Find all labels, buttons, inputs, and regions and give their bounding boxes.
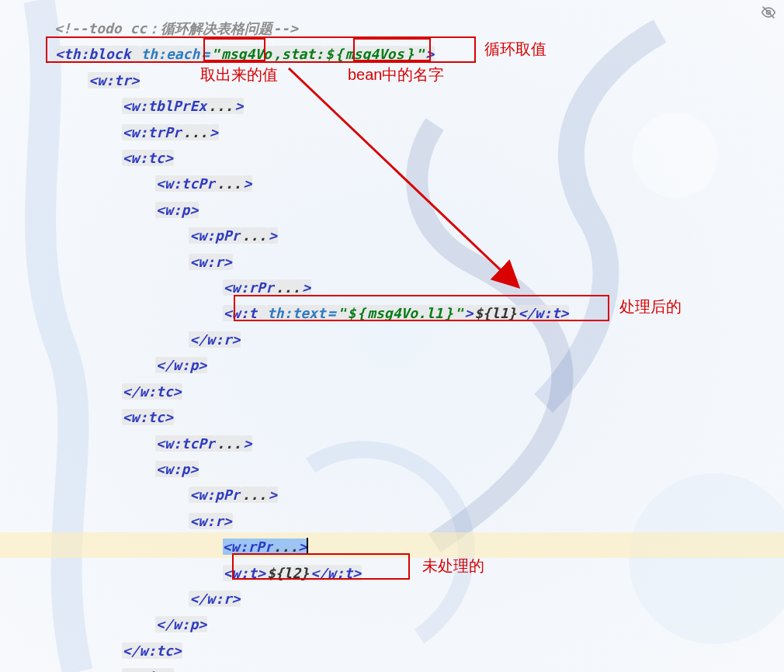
code-editor[interactable]: <!--todo cc：循环解决表格问题--> <th:block th:eac…: [0, 0, 784, 672]
comment-line: <!--todo cc：循环解决表格问题-->: [54, 20, 298, 36]
visibility-off-icon[interactable]: [761, 5, 776, 20]
